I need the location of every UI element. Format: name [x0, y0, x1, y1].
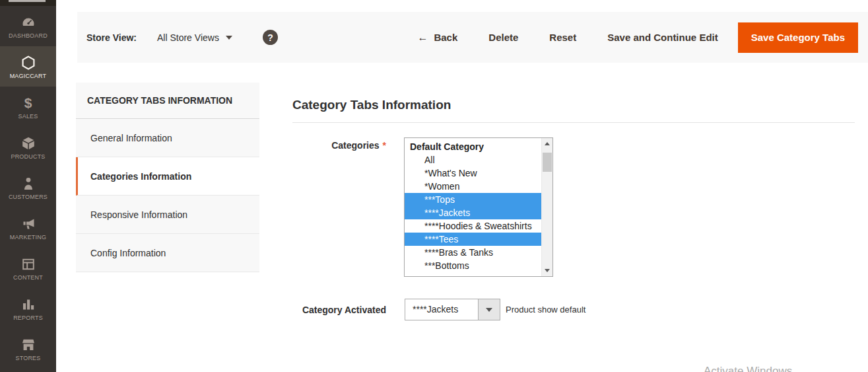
- sidebar-item-magiccart[interactable]: MAGICCART: [0, 46, 56, 87]
- category-activated-value: ****Jackets: [405, 299, 478, 320]
- categories-label-text: Categories: [331, 140, 379, 151]
- dollar-icon: [24, 94, 32, 112]
- activate-windows-watermark: Activate Windows: [704, 365, 792, 372]
- category-option[interactable]: All: [405, 153, 541, 167]
- tab-config-information[interactable]: Config Information: [76, 234, 259, 272]
- category-activated-select[interactable]: ****Jackets: [405, 299, 500, 320]
- category-option[interactable]: ****Hoodies & Sweatshirts: [405, 219, 541, 233]
- hexagon-icon: [20, 54, 36, 71]
- sidebar-item-label: PRODUCTS: [11, 153, 45, 160]
- package-icon: [20, 135, 36, 152]
- sidebar-item-marketing[interactable]: MARKETING: [0, 207, 56, 248]
- category-activated-note: Product show default: [506, 305, 585, 315]
- category-option[interactable]: ***Bottoms: [405, 259, 541, 272]
- store-view-dropdown[interactable]: All Store Views: [157, 32, 232, 43]
- title-divider: [292, 122, 855, 123]
- sidebar: DASHBOARD MAGICCART SALES PRODUCTS CUSTO…: [0, 0, 56, 372]
- sidebar-item-products[interactable]: PRODUCTS: [0, 127, 56, 167]
- save-and-continue-button[interactable]: Save and Continue Edit: [607, 32, 718, 43]
- sidebar-item-label: CUSTOMERS: [9, 194, 48, 200]
- scroll-up-icon[interactable]: [542, 138, 552, 149]
- tabs-panel-header: CATEGORY TABS INFORMATION: [76, 83, 259, 119]
- store-view-label: Store View:: [86, 32, 137, 43]
- sidebar-item-label: DASHBOARD: [9, 32, 48, 39]
- delete-button[interactable]: Delete: [488, 32, 518, 43]
- categories-option-list: Default Category All *What's New *Women …: [405, 140, 541, 272]
- listbox-scrollbar[interactable]: [541, 138, 552, 276]
- sidebar-item-label: SALES: [18, 113, 38, 120]
- category-option[interactable]: *Women: [405, 180, 541, 193]
- required-marker: *: [383, 140, 386, 151]
- sidebar-item-label: REPORTS: [13, 315, 43, 321]
- main-content: Category Tabs Information Categories* De…: [292, 98, 855, 112]
- store-view-selected: All Store Views: [157, 32, 219, 43]
- sidebar-item-dashboard[interactable]: DASHBOARD: [0, 6, 56, 46]
- chevron-down-icon: [486, 308, 492, 312]
- category-activated-label: Category Activated: [292, 305, 386, 315]
- sidebar-item-label: MAGICCART: [10, 73, 47, 79]
- tab-responsive-information[interactable]: Responsive Information: [76, 196, 259, 234]
- back-arrow-icon: [417, 32, 428, 44]
- sidebar-item-label: CONTENT: [13, 274, 43, 281]
- magento-logo-strip: [0, 0, 56, 6]
- sidebar-item-stores[interactable]: STORES: [0, 328, 56, 369]
- sidebar-item-sales[interactable]: SALES: [0, 87, 56, 127]
- section-tabs-panel: CATEGORY TABS INFORMATION General Inform…: [76, 83, 259, 272]
- select-dropdown-button[interactable]: [478, 299, 500, 320]
- store-view-switcher: Store View: All Store Views: [86, 30, 278, 45]
- tab-general-information[interactable]: General Information: [76, 119, 259, 157]
- category-option[interactable]: *What's New: [405, 167, 541, 180]
- chevron-down-icon: [226, 36, 232, 40]
- reset-button[interactable]: Reset: [549, 32, 576, 43]
- category-option-selected[interactable]: ****Tees: [405, 233, 541, 246]
- sidebar-item-label: MARKETING: [10, 234, 46, 241]
- categories-label: Categories*: [292, 137, 386, 151]
- back-button[interactable]: Back: [417, 32, 457, 44]
- toolbar-actions: Back Delete Reset Save and Continue Edit…: [386, 22, 858, 53]
- storefront-icon: [20, 336, 36, 353]
- sidebar-item-label: STORES: [15, 355, 40, 361]
- category-option[interactable]: ****Bras & Tanks: [405, 246, 541, 259]
- layout-icon: [20, 256, 36, 273]
- sidebar-item-customers[interactable]: CUSTOMERS: [0, 167, 56, 207]
- save-category-tabs-button[interactable]: Save Category Tabs: [738, 22, 858, 53]
- person-icon: [20, 175, 36, 192]
- help-icon[interactable]: [263, 30, 278, 45]
- page-toolbar: Store View: All Store Views Back Delete …: [77, 12, 868, 63]
- category-option[interactable]: Default Category: [405, 140, 541, 153]
- scrollbar-thumb[interactable]: [543, 153, 552, 172]
- tab-categories-information[interactable]: Categories Information: [76, 157, 259, 196]
- category-activated-field-row: Category Activated ****Jackets Product s…: [292, 299, 585, 320]
- categories-field-row: Categories* Default Category All *What's…: [292, 137, 553, 277]
- categories-multiselect[interactable]: Default Category All *What's New *Women …: [404, 137, 553, 277]
- gauge-icon: [20, 14, 36, 31]
- category-option-selected[interactable]: ***Tops: [405, 193, 541, 206]
- page-title: Category Tabs Information: [292, 98, 855, 112]
- sidebar-item-reports[interactable]: REPORTS: [0, 288, 56, 328]
- back-button-label: Back: [434, 32, 457, 43]
- megaphone-icon: [20, 215, 36, 233]
- magento-admin-screen: DASHBOARD MAGICCART SALES PRODUCTS CUSTO…: [0, 0, 868, 372]
- sidebar-item-content[interactable]: CONTENT: [0, 248, 56, 288]
- bar-chart-icon: [20, 296, 36, 313]
- category-option-selected[interactable]: ****Jackets: [405, 206, 541, 219]
- scroll-down-icon[interactable]: [542, 265, 552, 276]
